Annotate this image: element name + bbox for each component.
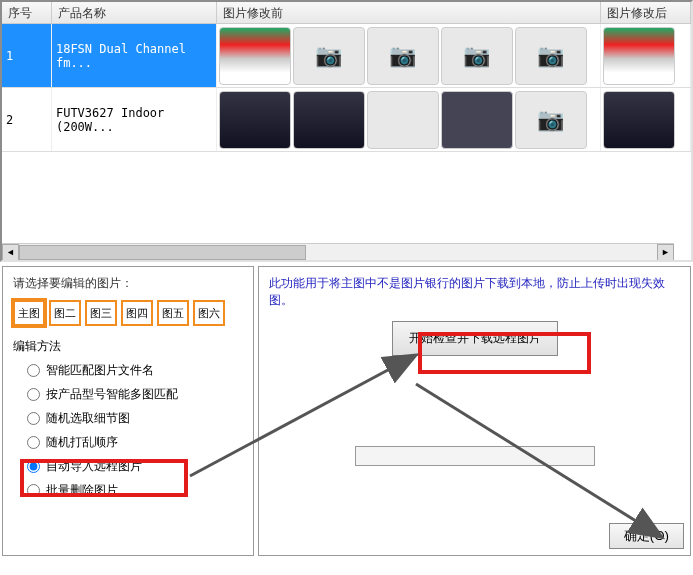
start-download-button[interactable]: 开始检查并下载远程图片 <box>392 321 558 356</box>
table-row[interactable]: 1 18FSN Dual Channel fm... 📷 📷 📷 📷 <box>2 24 691 88</box>
thumb-icon <box>219 27 291 85</box>
radio-shuffle[interactable] <box>27 436 40 449</box>
cell-name: FUTV3627 Indoor (200W... <box>52 88 217 151</box>
thumb-icon <box>367 91 439 149</box>
col-after[interactable]: 图片修改后 <box>601 2 691 23</box>
cell-before: 📷 📷 📷 📷 <box>217 24 601 87</box>
radio-label[interactable]: 批量删除图片 <box>46 482 118 499</box>
col-before[interactable]: 图片修改前 <box>217 2 601 23</box>
thumb-icon <box>219 91 291 149</box>
camera-icon: 📷 <box>293 27 365 85</box>
cell-seq: 1 <box>2 24 52 87</box>
radio-label[interactable]: 自动导入远程图片 <box>46 458 142 475</box>
radio-auto-import-remote[interactable] <box>27 460 40 473</box>
radio-label[interactable]: 智能匹配图片文件名 <box>46 362 154 379</box>
image-slot-buttons: 主图 图二 图三 图四 图五 图六 <box>13 300 243 326</box>
camera-icon: 📷 <box>441 27 513 85</box>
thumb-icon <box>293 91 365 149</box>
edit-method-label: 编辑方法 <box>13 338 243 355</box>
camera-icon: 📷 <box>367 27 439 85</box>
img-btn-5[interactable]: 图五 <box>157 300 189 326</box>
scroll-thumb[interactable] <box>19 245 306 260</box>
cell-seq: 2 <box>2 88 52 151</box>
radio-match-filename[interactable] <box>27 364 40 377</box>
col-seq[interactable]: 序号 <box>2 2 52 23</box>
img-btn-6[interactable]: 图六 <box>193 300 225 326</box>
img-btn-main[interactable]: 主图 <box>13 300 45 326</box>
img-btn-3[interactable]: 图三 <box>85 300 117 326</box>
cell-after <box>601 88 691 151</box>
product-table: 序号 产品名称 图片修改前 图片修改后 1 18FSN Dual Channel… <box>0 0 693 262</box>
img-btn-2[interactable]: 图二 <box>49 300 81 326</box>
select-prompt: 请选择要编辑的图片： <box>13 275 243 292</box>
camera-icon: 📷 <box>515 91 587 149</box>
cell-after <box>601 24 691 87</box>
img-btn-4[interactable]: 图四 <box>121 300 153 326</box>
action-panel: 此功能用于将主图中不是图片银行的图片下载到本地，防止上传时出现失效图。 开始检查… <box>258 266 691 556</box>
table-row[interactable]: 2 FUTV3627 Indoor (200W... 📷 <box>2 88 691 152</box>
thumb-icon <box>603 91 675 149</box>
cell-name: 18FSN Dual Channel fm... <box>52 24 217 87</box>
radio-label[interactable]: 随机选取细节图 <box>46 410 130 427</box>
radio-match-model[interactable] <box>27 388 40 401</box>
camera-icon: 📷 <box>515 27 587 85</box>
thumb-icon <box>441 91 513 149</box>
radio-label[interactable]: 随机打乱顺序 <box>46 434 118 451</box>
cell-before: 📷 <box>217 88 601 151</box>
horizontal-scrollbar[interactable]: ◄ ► <box>2 243 674 260</box>
thumb-icon <box>603 27 675 85</box>
scroll-track[interactable] <box>19 245 657 260</box>
progress-bar <box>355 446 595 466</box>
edit-method-radios: 智能匹配图片文件名 按产品型号智能多图匹配 随机选取细节图 随机打乱顺序 自动导… <box>13 362 243 499</box>
ok-button[interactable]: 确定(O) <box>609 523 684 549</box>
scroll-right-button[interactable]: ► <box>657 244 674 261</box>
col-name[interactable]: 产品名称 <box>52 2 217 23</box>
radio-random-detail[interactable] <box>27 412 40 425</box>
edit-options-panel: 请选择要编辑的图片： 主图 图二 图三 图四 图五 图六 编辑方法 智能匹配图片… <box>2 266 254 556</box>
table-header: 序号 产品名称 图片修改前 图片修改后 <box>2 2 691 24</box>
function-description: 此功能用于将主图中不是图片银行的图片下载到本地，防止上传时出现失效图。 <box>269 275 680 309</box>
radio-batch-delete[interactable] <box>27 484 40 497</box>
scroll-left-button[interactable]: ◄ <box>2 244 19 261</box>
radio-label[interactable]: 按产品型号智能多图匹配 <box>46 386 178 403</box>
